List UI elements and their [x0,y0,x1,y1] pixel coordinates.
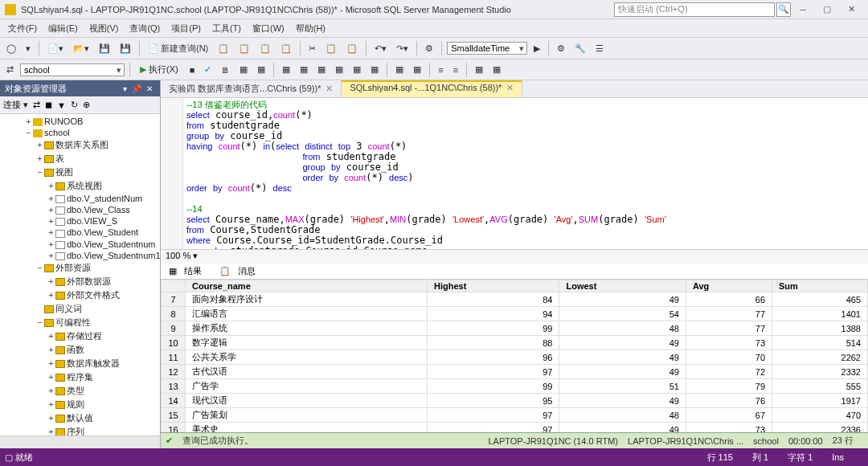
tree-node[interactable]: +序列 [2,425,158,435]
tree-node[interactable]: +dbo.View_Studentnum1 [2,250,158,261]
tree-node[interactable]: −视图 [2,166,158,179]
plan-icon[interactable]: 🗎 [218,63,233,76]
tree-node[interactable]: +默认值 [2,411,158,425]
opt1-icon[interactable]: ▦ [236,63,251,76]
tree-node[interactable]: +表 [2,152,158,166]
open-icon[interactable]: 📂▾ [70,42,92,55]
tree-node[interactable]: +dbo.View_Class [2,204,158,215]
zoom-dropdown[interactable]: 100 % ▾ [161,249,868,264]
code-text[interactable]: --13 借鉴老师的代码 select course_id,count(*) f… [183,98,868,249]
menu-item[interactable]: 工具(T) [207,21,246,36]
database-dropdown[interactable]: school [20,63,125,76]
tree-node[interactable]: −外部资源 [2,261,158,275]
table-row[interactable]: 11公共关系学9649702262 [162,350,868,365]
opt8-icon[interactable]: ▦ [367,63,382,76]
opt7-icon[interactable]: ▦ [350,63,364,76]
filter-icon[interactable]: ▼ [57,100,66,110]
tree-node[interactable]: +数据库触发器 [2,357,158,370]
editor-tab[interactable]: SQLshiyan4.sql -...1Q1NC\Chris (58))*✕ [342,80,522,97]
table-row[interactable]: 16美术史9749732336 [162,423,868,433]
menu-item[interactable]: 项目(P) [166,21,206,36]
tool-b-icon[interactable]: 🔧 [571,42,589,55]
quick-launch-input[interactable]: 快速启动 (Ctrl+Q) [614,2,775,17]
panel-dropdown-icon[interactable]: ▾ [121,84,129,93]
datatype-dropdown[interactable]: SmalldateTime [447,42,527,55]
stop-conn-icon[interactable]: ◼ [45,100,52,110]
table-row[interactable]: 8汇编语言9454771401 [162,307,868,321]
col-header[interactable] [162,280,186,292]
tree-node[interactable]: +外部数据源 [2,275,158,288]
panel-close-icon[interactable]: ✕ [144,84,155,93]
col-header[interactable]: Sum [772,280,868,292]
table-row[interactable]: 12古代汉语9749722332 [162,365,868,379]
minimize-button[interactable]: ─ [791,5,815,14]
editor-tab[interactable]: 实验四 数据库查询语言...C\Chris (59))*✕ [161,80,342,97]
tree-node[interactable]: +存储过程 [2,329,158,343]
opt6-icon[interactable]: ▦ [332,63,346,76]
maximize-button[interactable]: ▢ [815,4,839,14]
tree-node[interactable]: −可编程性 [2,316,158,329]
table-row[interactable]: 14现代汉语9549761917 [162,394,868,408]
tree-node[interactable]: +dbo.View_Studentnum [2,239,158,250]
search-icon[interactable]: 🔍 [776,2,791,17]
parse-icon[interactable]: ✓ [201,63,215,76]
query-b-icon[interactable]: 📋 [235,42,253,55]
tab-close-icon[interactable]: ✕ [326,84,333,93]
tree-node[interactable]: +dbo.VIEW_S [2,215,158,227]
code-editor[interactable]: --13 借鉴老师的代码 select course_id,count(*) f… [161,98,868,249]
tree-node[interactable]: +函数 [2,343,158,357]
copy-icon[interactable]: 📋 [322,42,340,55]
object-tree[interactable]: +RUNOOB−school+数据库关系图+表−视图+系统视图+dbo.V_st… [0,114,160,435]
close-button[interactable]: ✕ [839,4,863,14]
tab-close-icon[interactable]: ✕ [506,83,514,92]
menu-item[interactable]: 文件(F) [3,21,42,36]
menu-item[interactable]: 视图(V) [84,21,124,36]
stop-icon[interactable]: ■ [186,63,199,76]
nav-fwd-icon[interactable]: ▾ [23,42,34,55]
paste-icon[interactable]: 📋 [343,42,361,55]
query-a-icon[interactable]: 📋 [215,42,232,55]
execute-button[interactable]: 执行(X) [135,62,183,77]
table-row[interactable]: 10数字逻辑884973514 [162,336,868,350]
go-icon[interactable]: ▶ [530,42,543,55]
menu-item[interactable]: 窗口(W) [248,21,289,36]
tool-a-icon[interactable]: ⚙ [554,42,568,55]
col-header[interactable]: Lowest [559,280,686,292]
tree-node[interactable]: +系统视图 [2,179,158,193]
connect-button[interactable]: 连接 ▾ [3,99,28,111]
refresh-icon[interactable]: ↻ [71,100,78,110]
tree-node[interactable]: 同义词 [2,302,158,316]
save-all-icon[interactable]: 💾 [117,42,134,55]
new-icon[interactable]: 📄▾ [44,42,67,55]
results-grid[interactable]: Course_nameHighestLowestAvgSum7面向对象程序设计8… [161,280,868,432]
messages-tab[interactable]: 📋 消息 [215,265,265,277]
redo-icon[interactable]: ↷▾ [393,42,411,55]
opt2-icon[interactable]: ▦ [254,63,268,76]
connect-icon[interactable]: ⇄ [3,63,17,76]
menu-item[interactable]: 查询(Q) [125,21,165,36]
menu-item[interactable]: 帮助(H) [291,21,330,36]
tree-node[interactable]: −school [2,127,158,138]
new-query-button[interactable]: 📄 新建查询(N) [145,41,211,56]
col-header[interactable]: Avg [686,280,772,292]
tool-c-icon[interactable]: ☰ [592,42,607,55]
save-icon[interactable]: 💾 [96,42,113,55]
table-row[interactable]: 13广告学995179555 [162,379,868,394]
table-row[interactable]: 7面向对象程序设计844966465 [162,292,868,307]
outdent-icon[interactable]: ≡ [450,63,461,76]
col-header[interactable]: Course_name [186,280,428,292]
opt4-icon[interactable]: ▦ [297,63,311,76]
tree-node[interactable]: +类型 [2,384,158,398]
opt3-icon[interactable]: ▦ [279,63,293,76]
pin-icon[interactable]: 📌 [129,84,144,93]
disconnect-icon[interactable]: ⇄ [33,100,40,110]
indent-icon[interactable]: ≡ [435,63,446,76]
tree-node[interactable]: +程序集 [2,370,158,384]
props-icon[interactable]: ⚙ [422,42,436,55]
opt10-icon[interactable]: ▦ [410,63,424,76]
tree-node[interactable]: +数据库关系图 [2,138,158,152]
cut-icon[interactable]: ✂ [305,42,319,55]
query-c-icon[interactable]: 📋 [256,42,274,55]
col-header[interactable]: Highest [428,280,559,292]
opt5-icon[interactable]: ▦ [314,63,329,76]
